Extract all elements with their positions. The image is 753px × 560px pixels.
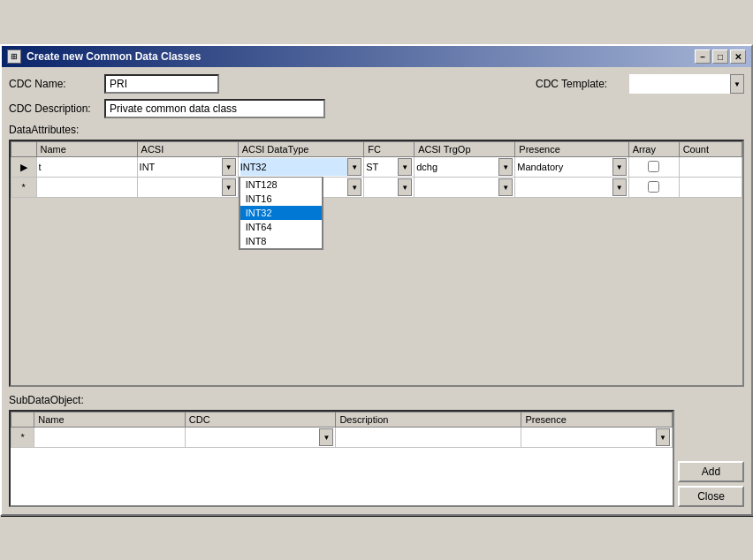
sub-row-cdc-select[interactable] bbox=[187, 428, 334, 446]
row2-acsi-cell: ▼ bbox=[137, 178, 238, 198]
row1-array-cell bbox=[628, 157, 679, 178]
cdc-description-input[interactable] bbox=[104, 99, 325, 118]
dropdown-item-int8[interactable]: INT8 bbox=[240, 234, 322, 248]
header-presence: Presence bbox=[515, 142, 628, 157]
row1-array-checkbox[interactable] bbox=[648, 161, 659, 172]
row1-fc-arrow[interactable]: ▼ bbox=[398, 158, 412, 176]
header-selector bbox=[11, 142, 37, 157]
row2-array-cell bbox=[628, 178, 679, 198]
add-button[interactable]: Add bbox=[678, 461, 744, 482]
maximize-button[interactable]: □ bbox=[712, 49, 728, 64]
sub-header-name: Name bbox=[34, 412, 186, 428]
cdc-template-select-wrapper: ▼ bbox=[629, 74, 744, 94]
header-fc: FC bbox=[364, 142, 415, 157]
row1-acsi-datatype-wrapper: INT32 ▼ bbox=[240, 158, 362, 176]
row2-presence-cell: ▼ bbox=[515, 178, 628, 198]
sub-data-object-label: SubDataObject: bbox=[9, 394, 674, 406]
acsi-datatype-dropdown: INT128 INT16 INT32 INT64 INT8 bbox=[239, 177, 323, 250]
row-selector-1: ▶ bbox=[11, 157, 37, 178]
sub-row-presence-select[interactable] bbox=[523, 428, 670, 446]
sub-data-object-section: Name CDC Description Presence * bbox=[9, 410, 674, 507]
row2-count-input[interactable] bbox=[681, 182, 740, 193]
row2-array-checkbox[interactable] bbox=[648, 181, 659, 193]
row2-presence-arrow[interactable]: ▼ bbox=[612, 178, 627, 196]
row1-acsi-datatype-cell: INT32 ▼ INT128 INT16 INT32 INT64 bbox=[238, 157, 364, 178]
sub-table-row: * ▼ bbox=[11, 428, 673, 448]
sub-header-presence: Presence bbox=[521, 412, 673, 428]
title-bar-controls: – □ ✕ bbox=[695, 49, 746, 64]
sub-row-presence-wrapper: ▼ bbox=[523, 428, 670, 446]
minimize-button[interactable]: – bbox=[695, 49, 711, 64]
header-acsi: ACSI bbox=[137, 142, 238, 157]
cdc-template-arrow[interactable]: ▼ bbox=[730, 74, 744, 94]
row1-fc-cell: ST ▼ bbox=[364, 157, 415, 178]
main-window: ⊞ Create new Common Data Classes – □ ✕ C… bbox=[0, 44, 753, 516]
header-array: Array bbox=[628, 142, 679, 157]
close-button[interactable]: Close bbox=[678, 486, 744, 507]
row2-trgop-cell: ▼ bbox=[415, 178, 515, 198]
row1-presence-cell: Mandatory ▼ bbox=[515, 157, 628, 178]
header-acsi-trgop: ACSI TrgOp bbox=[415, 142, 515, 157]
row2-name-cell bbox=[36, 178, 137, 198]
sub-row-selector: * bbox=[11, 428, 34, 448]
sub-row-description-input[interactable] bbox=[338, 432, 519, 443]
sub-row-cdc-wrapper: ▼ bbox=[187, 428, 334, 446]
title-bar: ⊞ Create new Common Data Classes – □ ✕ bbox=[2, 46, 751, 67]
table-header-row: Name ACSI ACSI DataType FC ACSI TrgOp Pr… bbox=[11, 142, 742, 157]
data-attributes-section: Name ACSI ACSI DataType FC ACSI TrgOp Pr… bbox=[9, 140, 744, 387]
header-acsi-datatype: ACSI DataType bbox=[238, 142, 364, 157]
row2-fc-arrow[interactable]: ▼ bbox=[398, 178, 412, 196]
window-body: CDC Name: CDC Template: ▼ CDC Descriptio… bbox=[2, 67, 751, 514]
sub-header-cdc: CDC bbox=[185, 412, 336, 428]
cdc-description-row: CDC Description: bbox=[9, 99, 744, 118]
row2-acsi-arrow[interactable]: ▼ bbox=[222, 178, 236, 196]
row1-trgop-arrow[interactable]: ▼ bbox=[498, 158, 513, 176]
sub-row-cdc-arrow[interactable]: ▼ bbox=[319, 428, 333, 446]
sub-row-presence-arrow[interactable]: ▼ bbox=[656, 428, 670, 446]
cdc-name-label: CDC Name: bbox=[9, 78, 97, 90]
dropdown-item-int64[interactable]: INT64 bbox=[240, 220, 322, 234]
row1-name-input[interactable] bbox=[39, 162, 135, 172]
data-attributes-table-container: Name ACSI ACSI DataType FC ACSI TrgOp Pr… bbox=[11, 141, 742, 198]
dropdown-item-int16[interactable]: INT16 bbox=[240, 192, 322, 206]
close-button[interactable]: ✕ bbox=[730, 49, 746, 64]
cdc-name-input[interactable] bbox=[104, 74, 219, 94]
cdc-template-area: CDC Template: ▼ bbox=[536, 74, 744, 94]
sub-row-presence-cell: ▼ bbox=[521, 428, 673, 448]
sub-data-object-area: SubDataObject: Name CDC Description Pres… bbox=[9, 394, 674, 507]
row1-presence-select[interactable]: Mandatory bbox=[517, 158, 626, 176]
row1-name-cell bbox=[36, 157, 137, 178]
bottom-area: SubDataObject: Name CDC Description Pres… bbox=[9, 394, 744, 507]
row1-acsi-datatype-arrow[interactable]: ▼ bbox=[347, 158, 361, 176]
cdc-name-row: CDC Name: CDC Template: ▼ bbox=[9, 74, 744, 94]
data-attributes-label: DataAttributes: bbox=[9, 124, 744, 136]
row1-count-cell bbox=[679, 157, 742, 178]
row2-name-input[interactable] bbox=[39, 182, 135, 193]
row1-acsi-arrow[interactable]: ▼ bbox=[222, 158, 236, 176]
sub-header-row: Name CDC Description Presence bbox=[11, 412, 673, 428]
row2-trgop-wrapper: ▼ bbox=[416, 178, 513, 196]
cdc-template-select[interactable] bbox=[629, 74, 744, 94]
sub-row-description-cell bbox=[336, 428, 521, 448]
cdc-description-label: CDC Description: bbox=[9, 102, 97, 115]
dropdown-item-int128[interactable]: INT128 bbox=[240, 178, 322, 192]
row1-count-input[interactable] bbox=[681, 162, 740, 172]
row2-trgop-arrow[interactable]: ▼ bbox=[498, 178, 513, 196]
cdc-template-label: CDC Template: bbox=[536, 78, 624, 90]
row-selector-2: * bbox=[11, 178, 37, 198]
row1-presence-wrapper: Mandatory ▼ bbox=[517, 158, 626, 176]
row2-acsi-datatype-arrow[interactable]: ▼ bbox=[347, 178, 361, 196]
window-title: Create new Common Data Classes bbox=[27, 50, 201, 63]
sub-row-name-cell bbox=[34, 428, 186, 448]
row2-presence-select[interactable] bbox=[517, 178, 626, 196]
dropdown-item-int32[interactable]: INT32 bbox=[240, 206, 322, 220]
window-icon: ⊞ bbox=[7, 49, 21, 64]
row2-acsi-wrapper: ▼ bbox=[140, 178, 236, 196]
sub-header-description: Description bbox=[336, 412, 521, 428]
row1-presence-arrow[interactable]: ▼ bbox=[612, 158, 627, 176]
row1-acsi-datatype-select[interactable]: INT32 bbox=[240, 158, 362, 176]
action-buttons: Add Close bbox=[678, 394, 744, 507]
row2-presence-wrapper: ▼ bbox=[517, 178, 626, 196]
sub-row-name-input[interactable] bbox=[36, 432, 183, 443]
table-row: ▶ INT ▼ bbox=[11, 157, 742, 178]
